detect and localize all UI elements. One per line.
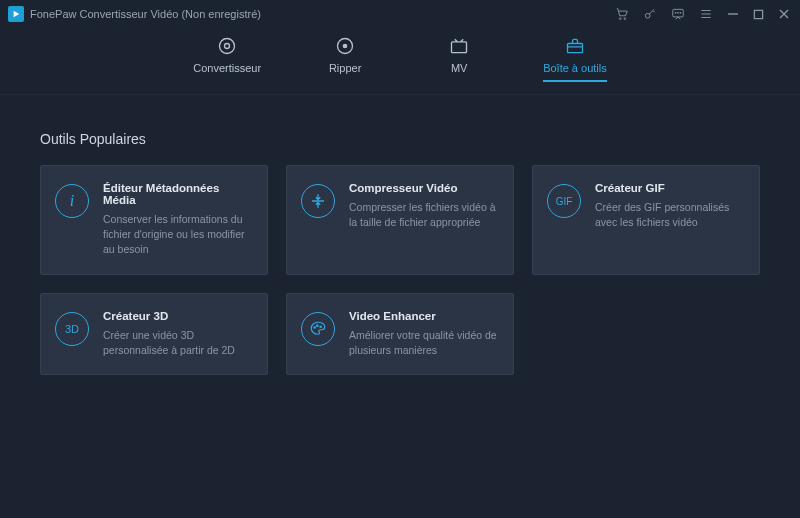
svg-point-2: [624, 18, 626, 20]
3d-icon: 3D: [55, 312, 89, 346]
mv-icon: [449, 36, 469, 56]
svg-point-3: [645, 13, 650, 18]
svg-point-6: [678, 12, 679, 13]
tab-label: Convertisseur: [193, 62, 261, 74]
card-title: Video Enhancer: [349, 310, 497, 322]
tool-3d-maker[interactable]: 3D Créateur 3D Créer une vidéo 3D person…: [40, 293, 268, 375]
svg-point-12: [343, 44, 346, 47]
section-title: Outils Populaires: [40, 131, 760, 147]
tab-converter[interactable]: Convertisseur: [193, 36, 261, 82]
app-logo-icon: [8, 6, 24, 22]
titlebar-right: [615, 7, 790, 21]
tool-gif-maker[interactable]: GIF Créateur GIF Créer des GIF personnal…: [532, 165, 760, 275]
svg-point-7: [680, 12, 681, 13]
card-title: Créateur 3D: [103, 310, 251, 322]
gif-icon: GIF: [547, 184, 581, 218]
content: Outils Populaires i Éditeur Métadonnées …: [0, 95, 800, 375]
info-icon: i: [55, 184, 89, 218]
card-title: Compresseur Vidéo: [349, 182, 497, 194]
card-desc: Conserver les informations du fichier d'…: [103, 212, 251, 258]
svg-marker-0: [14, 11, 20, 17]
svg-point-10: [225, 44, 230, 49]
svg-point-5: [675, 12, 676, 13]
feedback-icon[interactable]: [671, 7, 685, 21]
tool-video-compressor[interactable]: Compresseur Vidéo Compresser les fichier…: [286, 165, 514, 275]
palette-icon: [301, 312, 335, 346]
svg-point-1: [619, 18, 621, 20]
svg-rect-14: [567, 44, 582, 53]
tool-video-enhancer[interactable]: Video Enhancer Améliorer votre qualité v…: [286, 293, 514, 375]
compress-icon: [301, 184, 335, 218]
converter-icon: [217, 36, 237, 56]
ripper-icon: [335, 36, 355, 56]
minimize-icon[interactable]: [727, 8, 739, 20]
tab-toolbox[interactable]: Boîte à outils: [543, 36, 607, 82]
toolbox-icon: [565, 36, 585, 56]
card-title: Créateur GIF: [595, 182, 743, 194]
svg-point-17: [320, 326, 322, 328]
tab-label: MV: [451, 62, 468, 74]
main-tabs: Convertisseur Ripper MV Boîte à outils: [0, 28, 800, 95]
svg-rect-13: [452, 42, 467, 53]
tab-label: Boîte à outils: [543, 62, 607, 74]
tool-cards: i Éditeur Métadonnées Média Conserver le…: [40, 165, 760, 375]
maximize-icon[interactable]: [753, 9, 764, 20]
key-icon[interactable]: [643, 7, 657, 21]
cart-icon[interactable]: [615, 7, 629, 21]
titlebar-left: FonePaw Convertisseur Vidéo (Non enregis…: [8, 6, 261, 22]
card-desc: Compresser les fichiers vidéo à la taill…: [349, 200, 497, 230]
card-desc: Créer une vidéo 3D personnalisée à parti…: [103, 328, 251, 358]
tab-mv[interactable]: MV: [429, 36, 489, 82]
close-icon[interactable]: [778, 8, 790, 20]
menu-icon[interactable]: [699, 7, 713, 21]
tool-metadata-editor[interactable]: i Éditeur Métadonnées Média Conserver le…: [40, 165, 268, 275]
titlebar: FonePaw Convertisseur Vidéo (Non enregis…: [0, 0, 800, 28]
svg-point-9: [220, 39, 235, 54]
tab-label: Ripper: [329, 62, 361, 74]
svg-point-16: [317, 325, 319, 327]
svg-rect-8: [754, 10, 762, 18]
card-title: Éditeur Métadonnées Média: [103, 182, 251, 206]
card-desc: Améliorer votre qualité vidéo de plusieu…: [349, 328, 497, 358]
svg-point-15: [314, 326, 316, 328]
tab-ripper[interactable]: Ripper: [315, 36, 375, 82]
card-desc: Créer des GIF personnalisés avec les fic…: [595, 200, 743, 230]
app-title: FonePaw Convertisseur Vidéo (Non enregis…: [30, 8, 261, 20]
